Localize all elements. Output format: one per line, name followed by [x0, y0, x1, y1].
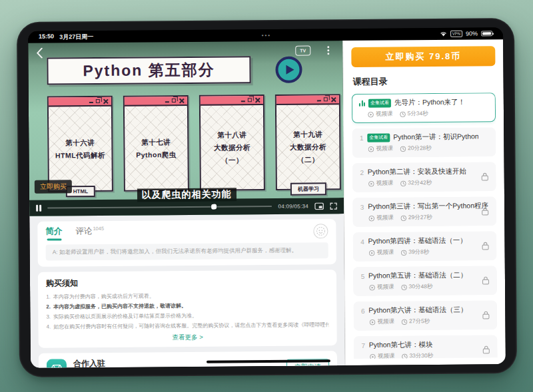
lesson-title: 先导片：Python来了！: [394, 98, 465, 108]
lecture-number: 第十八讲: [217, 130, 247, 140]
lecture-topic: 大数据分析: [290, 142, 326, 152]
minimize-icon: [89, 102, 93, 103]
main-column: TV Python 第五部分: [28, 41, 345, 368]
lesson-type: 视频课: [377, 249, 394, 257]
purchase-note-item: 4. 如您在购买付费内容时有任何疑问，可随时咨询在线客服。完整的购买协议，请您点…: [46, 320, 328, 332]
clock-icon: [400, 250, 406, 256]
clock-icon: [399, 111, 405, 117]
lesson-duration: 20分28秒: [408, 144, 432, 152]
video-player[interactable]: TV Python 第五部分: [28, 41, 344, 216]
lecture-topic-part: （一）: [221, 156, 243, 165]
lesson-item[interactable]: 2 Python第二讲：安装及快速开始 视频课: [352, 162, 496, 192]
wifi-icon: [440, 31, 447, 37]
lesson-title: Python第二讲：安装及快速开始: [368, 167, 466, 177]
playing-equalizer-icon: [359, 100, 365, 106]
lock-icon: [481, 172, 489, 181]
lesson-title: Python第四讲：基础语法（一）: [368, 236, 466, 246]
lesson-type: 视频课: [378, 353, 395, 359]
clock-icon: [401, 319, 407, 325]
video-type-icon: [368, 215, 374, 221]
service-seal-icon[interactable]: [313, 224, 328, 238]
window-tag-button: 机器学习: [290, 182, 326, 195]
lesson-duration: 30分48秒: [409, 283, 433, 291]
lesson-item[interactable]: 全集试看 先导片：Python来了！ 视频课: [352, 93, 496, 123]
clock-icon: [401, 353, 407, 359]
purchase-notes-title: 购买须知: [46, 276, 328, 289]
lesson-item[interactable]: 5 Python第五讲：基础语法（二） 视频课: [353, 266, 497, 296]
group-service-notice: A: 如老师设置用户群，我们将邀您加入，但我们无法承诺所有老师均提供用户群服务，…: [46, 242, 328, 260]
status-time: 15:50: [39, 33, 54, 41]
comments-count: 1045: [93, 226, 104, 232]
video-type-icon: [369, 250, 375, 256]
lecture-window-card: 第十七讲 Python爬虫: [123, 95, 189, 192]
video-buy-overlay[interactable]: 立即购买: [35, 180, 72, 193]
video-controls-bar: 04:09/05:34: [29, 198, 344, 216]
progress-bar[interactable]: [47, 206, 272, 209]
note-text: 本内容为付费内容，购买成功后方可观看。: [53, 292, 155, 302]
catalog-sidebar: 立即购买 79.8币 课程目录 全集试看 先导片：Python来了！: [342, 39, 506, 365]
lesson-item[interactable]: 4 Python第四讲：基础语法（一） 视频课: [352, 231, 496, 262]
progress-knob[interactable]: [211, 204, 217, 210]
purchase-notes-card: 购买须知 1. 本内容为付费内容，购买成功后方可观看。: [38, 270, 337, 348]
lesson-item[interactable]: 6 Python第六讲：基础语法（三） 视频课: [353, 300, 497, 331]
tablet-screen: 15:50 3月27日周一 ••• VPN 90%: [28, 27, 506, 368]
battery-percent: 90%: [466, 31, 478, 37]
lesson-title: Python第七讲：模块: [369, 340, 433, 350]
status-center-dots: •••: [93, 31, 440, 39]
video-type-icon: [370, 353, 376, 359]
trial-badge: 全集试看: [368, 98, 391, 107]
note-text: 本内容为虚拟服务，已购买内容不支持退款，敬请谅解。: [53, 301, 187, 312]
lesson-list: 全集试看 先导片：Python来了！ 视频课: [352, 93, 498, 359]
lesson-duration: 5分34秒: [407, 110, 428, 118]
time-display: 04:09/05:34: [278, 203, 309, 209]
fullscreen-icon[interactable]: [330, 202, 337, 210]
clock-icon: [400, 146, 406, 152]
pause-icon[interactable]: [36, 205, 41, 212]
window-titlebar: [125, 97, 187, 106]
clock-icon: [401, 284, 407, 290]
buy-now-button[interactable]: 立即购买 79.8币: [351, 46, 495, 67]
tab-intro[interactable]: 简介: [45, 226, 62, 240]
lecture-window-card: 第十六讲 HTML代码解析 HTML: [47, 96, 113, 192]
lesson-duration: 39分8秒: [408, 248, 429, 256]
scene-background: 15:50 3月27日周一 ••• VPN 90%: [0, 0, 533, 392]
lecture-number: 第十六讲: [65, 138, 95, 148]
lesson-type: 视频课: [376, 180, 394, 188]
minimize-icon: [317, 100, 321, 101]
play-button[interactable]: [275, 57, 302, 83]
lesson-type: 视频课: [377, 318, 394, 326]
lesson-item[interactable]: 1 全集试看 Python第一讲：初识Python 视频课: [352, 127, 496, 158]
cast-tv-icon[interactable]: TV: [295, 45, 310, 55]
back-icon[interactable]: [36, 48, 43, 61]
lesson-type: 视频课: [377, 284, 394, 292]
restore-icon: [172, 98, 176, 102]
lecture-topic: 大数据分析: [214, 143, 251, 152]
lesson-item[interactable]: 3 Python第三讲：写出第一个Python程序 视频课: [352, 196, 496, 227]
lecture-window-card: 第十九讲 大数据分析 （二） 机器学习: [275, 94, 341, 190]
lock-icon: [482, 311, 490, 319]
close-icon: [255, 97, 260, 102]
lesson-duration: 32分42秒: [408, 179, 432, 187]
more-options-icon[interactable]: [327, 46, 329, 55]
note-number: 4.: [46, 322, 51, 332]
catalog-title: 课程目录: [353, 75, 494, 88]
video-type-icon: [369, 284, 375, 290]
lesson-number: 3: [360, 203, 364, 210]
video-type-icon: [368, 146, 374, 152]
battery-icon: [481, 31, 492, 36]
play-icon: [286, 65, 294, 75]
tabs-card: 简介 评论1045 A: 如老师设置用户群，我们将邀您加入，但我们无法承诺所有老…: [37, 219, 336, 267]
pip-icon[interactable]: [314, 202, 324, 210]
lesson-item[interactable]: 7 Python第七讲：模块 视频课: [354, 335, 498, 359]
note-text: 实际购买价格以页面展示的价格及订单结算页显示价格为准。: [53, 311, 197, 322]
lecture-topic: Python爬虫: [136, 150, 177, 160]
lecture-window-card: 第十八讲 大数据分析 （一）: [199, 95, 265, 191]
lesson-title: Python第六讲：基础语法（三）: [368, 305, 467, 315]
status-date: 3月27日周一: [59, 33, 93, 41]
window-content: 第十七讲 Python爬虫: [125, 107, 188, 190]
lesson-title: Python第五讲：基础语法（二）: [368, 271, 467, 281]
lesson-number: 6: [360, 307, 365, 314]
lecture-windows-row: 第十六讲 HTML代码解析 HTML: [47, 94, 341, 192]
tab-comments[interactable]: 评论1045: [75, 226, 104, 240]
view-more-link[interactable]: 查看更多 >: [47, 333, 329, 343]
